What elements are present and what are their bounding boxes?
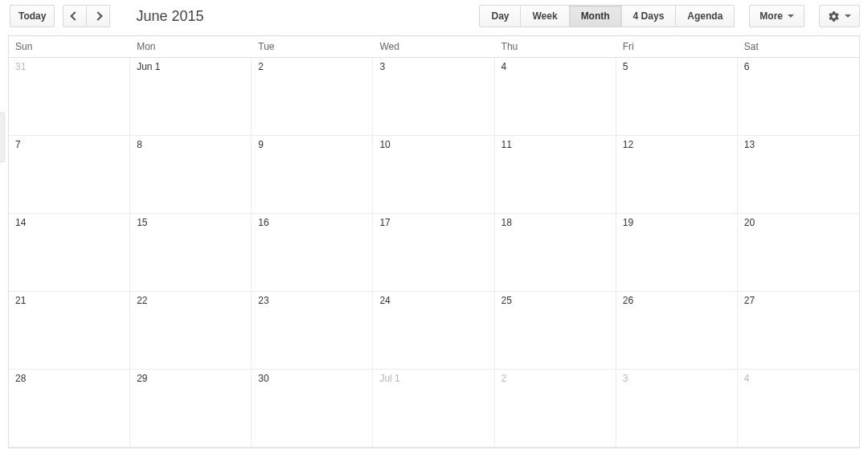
day-number: 4 [502, 61, 609, 72]
day-cell[interactable]: 22 [130, 292, 252, 370]
day-cell[interactable]: 5 [616, 58, 738, 136]
day-number: 11 [502, 139, 609, 150]
caret-down-icon [788, 14, 794, 18]
day-cell[interactable]: 3 [373, 58, 494, 136]
day-cell[interactable]: 24 [373, 292, 494, 370]
day-cell[interactable]: 21 [9, 292, 130, 370]
day-number: 17 [379, 217, 487, 228]
day-number: 16 [258, 217, 366, 228]
prev-button[interactable] [63, 5, 87, 27]
settings-button[interactable] [819, 5, 860, 27]
day-cell[interactable]: 25 [495, 292, 616, 370]
day-number: 8 [137, 139, 244, 150]
day-number: 27 [744, 295, 853, 306]
more-button[interactable]: More [749, 5, 805, 27]
day-cell[interactable]: 18 [495, 214, 616, 292]
day-number: 7 [15, 139, 123, 150]
day-number: 3 [623, 373, 731, 384]
next-button[interactable] [87, 5, 110, 27]
day-cell[interactable]: 12 [616, 136, 738, 214]
dow-header: Tue [252, 36, 373, 58]
day-number: 10 [379, 139, 487, 150]
dow-header: Mon [130, 36, 252, 58]
day-number: 19 [623, 217, 731, 228]
day-cell[interactable]: 23 [252, 292, 373, 370]
day-number: 14 [15, 217, 123, 228]
day-number: 31 [15, 61, 123, 72]
day-number: 3 [379, 61, 487, 72]
day-cell[interactable]: 27 [738, 292, 859, 370]
day-cell[interactable]: 28 [9, 370, 130, 448]
day-number: 12 [623, 139, 731, 150]
day-number: 23 [258, 295, 366, 306]
day-cell[interactable]: 2 [252, 58, 373, 136]
day-number: 13 [744, 139, 853, 150]
day-cell[interactable]: 29 [130, 370, 252, 448]
day-number: 6 [744, 61, 853, 72]
day-cell[interactable]: 19 [616, 214, 738, 292]
day-number: 26 [623, 295, 731, 306]
dow-row: SunMonTueWedThuFriSat [9, 36, 859, 58]
day-number: Jun 1 [137, 61, 244, 72]
day-number: 5 [623, 61, 731, 72]
day-cell[interactable]: 20 [738, 214, 859, 292]
dow-header: Thu [495, 36, 616, 58]
calendar: SunMonTueWedThuFriSat 31Jun 123456789101… [8, 35, 860, 448]
date-title: June 2015 [136, 8, 203, 25]
dow-header: Sun [9, 36, 130, 58]
toolbar: Today June 2015 DayWeekMonth4 DaysAgenda… [0, 0, 868, 32]
day-cell[interactable]: 13 [738, 136, 859, 214]
view-day-button[interactable]: Day [479, 5, 521, 27]
day-cell[interactable]: 31 [9, 58, 130, 136]
day-number: 20 [744, 217, 853, 228]
view-month-button[interactable]: Month [570, 5, 622, 27]
day-cell[interactable]: 6 [738, 58, 859, 136]
day-cell[interactable]: 9 [252, 136, 373, 214]
day-number: Jul 1 [379, 373, 487, 384]
day-number: 18 [502, 217, 609, 228]
day-number: 24 [379, 295, 487, 306]
day-number: 21 [15, 295, 123, 306]
day-number: 28 [15, 373, 123, 384]
day-cell[interactable]: 3 [616, 370, 738, 448]
nav-group [63, 5, 110, 27]
day-number: 22 [137, 295, 244, 306]
day-cell[interactable]: 14 [9, 214, 130, 292]
day-number: 25 [502, 295, 609, 306]
day-cell[interactable]: 17 [373, 214, 494, 292]
day-cell[interactable]: 4 [738, 370, 859, 448]
day-number: 30 [258, 373, 366, 384]
sidebar-expand-handle[interactable] [0, 112, 5, 162]
day-cell[interactable]: 2 [495, 370, 616, 448]
day-cell[interactable]: 7 [9, 136, 130, 214]
view-4days-button[interactable]: 4 Days [622, 5, 677, 27]
calendar-grid: 31Jun 1234567891011121314151617181920212… [9, 58, 859, 448]
dow-header: Fri [616, 36, 738, 58]
day-number: 15 [137, 217, 244, 228]
day-cell[interactable]: 8 [130, 136, 252, 214]
day-number: 4 [744, 373, 853, 384]
day-cell[interactable]: 30 [252, 370, 373, 448]
more-label: More [760, 10, 783, 22]
day-number: 29 [137, 373, 244, 384]
day-number: 2 [258, 61, 366, 72]
day-cell[interactable]: Jul 1 [373, 370, 494, 448]
today-button[interactable]: Today [10, 5, 55, 27]
gear-icon [828, 10, 840, 22]
caret-down-icon [845, 14, 851, 18]
dow-header: Sat [738, 36, 859, 58]
view-week-button[interactable]: Week [521, 5, 569, 27]
view-switch: DayWeekMonth4 DaysAgenda [479, 5, 735, 27]
view-agenda-button[interactable]: Agenda [676, 5, 735, 27]
day-cell[interactable]: 11 [495, 136, 616, 214]
chevron-left-icon [71, 11, 80, 20]
day-cell[interactable]: 10 [373, 136, 494, 214]
day-cell[interactable]: Jun 1 [130, 58, 252, 136]
day-cell[interactable]: 4 [495, 58, 616, 136]
day-cell[interactable]: 16 [252, 214, 373, 292]
day-cell[interactable]: 15 [130, 214, 252, 292]
day-number: 2 [502, 373, 609, 384]
day-cell[interactable]: 26 [616, 292, 738, 370]
dow-header: Wed [373, 36, 494, 58]
chevron-right-icon [94, 11, 103, 20]
